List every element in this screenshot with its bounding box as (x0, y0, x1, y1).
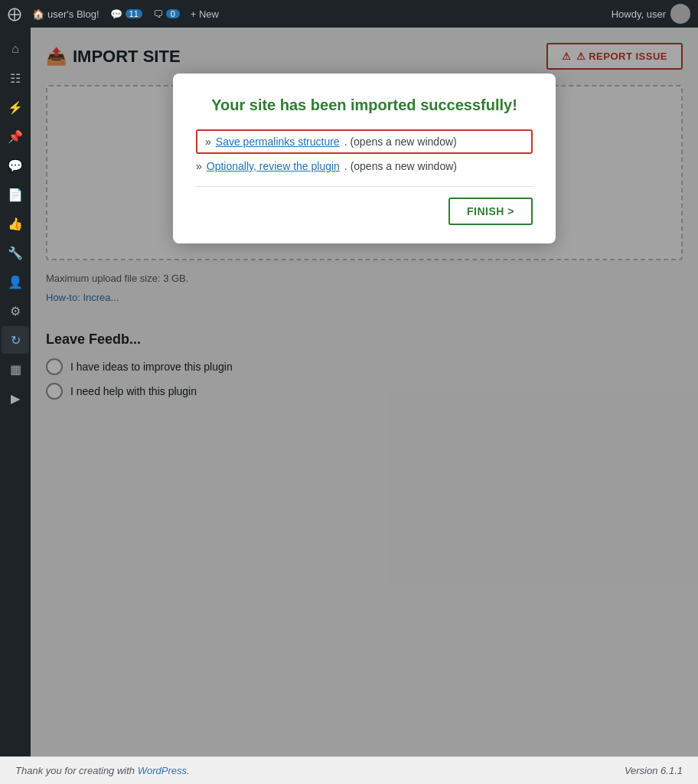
jetpack-icon[interactable]: ⚡ (2, 93, 29, 121)
stats-icon[interactable]: ☷ (2, 64, 29, 92)
arrow-icon-2: » (196, 160, 202, 172)
migration-icon[interactable]: ↻ (2, 326, 29, 354)
new-comments-count[interactable]: 🗨 0 (153, 8, 180, 20)
review-plugin-suffix: . (opens a new window) (344, 160, 457, 172)
success-title: Your site has been imported successfully… (196, 96, 533, 114)
grid-icon[interactable]: ▦ (2, 355, 29, 383)
review-plugin-item: » Optionally, review the plugin . (opens… (196, 160, 533, 172)
wp-footer: Thank you for creating with WordPress. V… (0, 756, 698, 784)
new-button[interactable]: + New (191, 8, 219, 20)
sidebar: ⌂ ☷ ⚡ 📌 💬 📄 👍 🔧 👤 ⚙ ↻ ▦ ▶ (0, 28, 31, 756)
thumbs-icon[interactable]: 👍 (2, 210, 29, 237)
play-icon[interactable]: ▶ (2, 384, 29, 412)
success-modal: Your site has been imported successfully… (173, 74, 556, 243)
review-plugin-link[interactable]: Optionally, review the plugin (207, 160, 340, 172)
version-text: Version 6.1.1 (625, 765, 683, 776)
settings-icon[interactable]: ⚙ (2, 297, 29, 325)
dashboard-icon[interactable]: ⌂ (2, 35, 29, 63)
admin-bar-right: Howdy, user (612, 4, 690, 24)
save-permalinks-link[interactable]: Save permalinks structure (216, 136, 340, 148)
site-name[interactable]: 🏠 user's Blog! (32, 8, 99, 20)
pages-icon[interactable]: 📄 (2, 181, 29, 208)
modal-footer: FINISH > (196, 198, 533, 225)
howdy-text: Howdy, user (612, 8, 666, 20)
wordpress-link[interactable]: WordPress. (138, 765, 190, 776)
tools-icon[interactable]: 🔧 (2, 239, 29, 266)
modal-overlay: Your site has been imported successfully… (31, 28, 698, 756)
content-area: 📤 IMPORT SITE ⚠ ⚠ REPORT ISSUE ☁↑ Drag &… (31, 28, 698, 756)
user-icon[interactable]: 👤 (2, 268, 29, 296)
main-layout: ⌂ ☷ ⚡ 📌 💬 📄 👍 🔧 👤 ⚙ ↻ ▦ ▶ 📤 IMPORT SITE … (0, 28, 698, 756)
pin-icon[interactable]: 📌 (2, 122, 29, 150)
admin-bar: ⨁ 🏠 user's Blog! 💬 11 🗨 0 + New Howdy, u… (0, 0, 698, 28)
avatar[interactable] (670, 4, 690, 24)
footer-text: Thank you for creating with WordPress. (15, 765, 190, 776)
wp-logo[interactable]: ⨁ (8, 5, 21, 22)
comments-count[interactable]: 💬 11 (110, 8, 142, 20)
bubble-icon[interactable]: 💬 (2, 152, 29, 179)
finish-button[interactable]: FINISH > (448, 198, 533, 225)
modal-divider (196, 186, 533, 187)
arrow-icon-1: » (205, 136, 211, 148)
save-permalinks-item: » Save permalinks structure . (opens a n… (196, 129, 533, 154)
save-permalinks-suffix: . (opens a new window) (344, 136, 457, 148)
